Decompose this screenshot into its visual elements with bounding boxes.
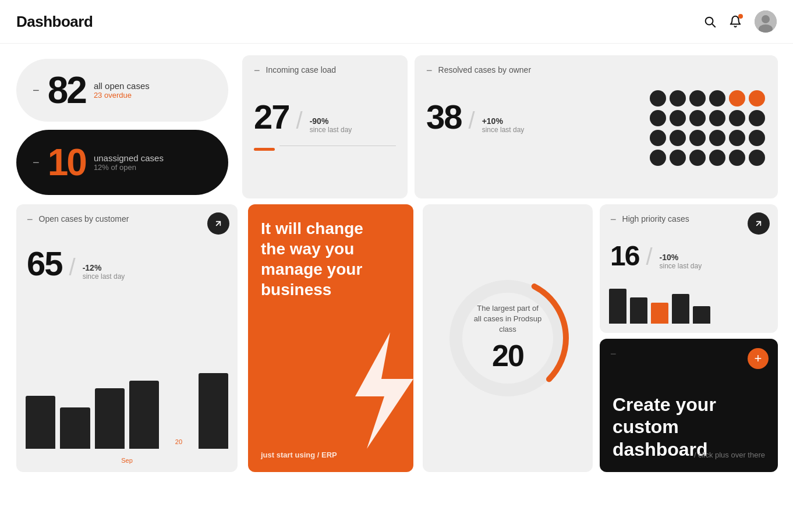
dot-orange: [749, 90, 765, 107]
dot-orange: [729, 90, 745, 107]
mini-bar-2: [630, 297, 647, 324]
incoming-change-label: since last day: [310, 126, 352, 134]
open-customer-arrow[interactable]: [207, 212, 229, 235]
open-customer-change: -12%: [83, 263, 125, 272]
mini-bar-4: [672, 294, 689, 324]
svg-line-1: [712, 24, 715, 27]
dot: [689, 130, 706, 146]
custom-minus[interactable]: −: [610, 348, 617, 360]
incoming-line: [279, 146, 396, 146]
dot: [650, 110, 666, 126]
incoming-slash: /: [296, 108, 303, 134]
resolved-title: Resolved cases by owner: [438, 65, 532, 75]
resolved-slash: /: [469, 108, 475, 134]
unassigned-sublabel: 12% of open: [94, 163, 164, 172]
dot: [670, 130, 686, 146]
search-button[interactable]: [703, 15, 716, 28]
dot: [650, 150, 666, 166]
dot: [670, 150, 686, 166]
dot: [729, 150, 745, 166]
user-avatar[interactable]: [755, 10, 777, 33]
notifications-button[interactable]: [729, 15, 742, 28]
donut-desc: The largest part of all cases in Prodsup…: [473, 303, 543, 335]
dot: [729, 130, 745, 146]
bar-month: Sep: [121, 457, 133, 464]
dot: [670, 110, 686, 126]
mini-bar-chart: [609, 289, 769, 324]
svg-line-5: [217, 222, 221, 226]
high-priority-card: − High priority cases 16 / -10% since la…: [600, 204, 778, 333]
notification-dot: [738, 14, 743, 19]
dot: [709, 150, 725, 166]
dot: [709, 110, 725, 126]
open-cases-overdue: 23 overdue: [94, 91, 150, 100]
open-by-customer-card: − Open cases by customer 65 / -12% since…: [16, 204, 238, 472]
dashboard-title: Dashboard: [16, 13, 93, 31]
open-customer-count: 65: [27, 247, 62, 281]
incoming-minus[interactable]: −: [254, 65, 260, 77]
promo-title: It will change the way you manage your b…: [261, 218, 377, 300]
open-cases-minus[interactable]: −: [33, 84, 40, 97]
promo-card: It will change the way you manage your b…: [248, 204, 413, 472]
resolved-cases-card: − Resolved cases by owner 38 / +10% sinc…: [415, 55, 778, 198]
high-priority-change-label: since last day: [660, 262, 702, 270]
open-cases-label: all open cases: [94, 81, 150, 91]
incoming-count: 27: [254, 100, 289, 134]
custom-dashboard-hint: / click plus over there: [694, 451, 765, 459]
open-customer-minus[interactable]: −: [27, 214, 33, 226]
dot: [749, 110, 765, 126]
dot: [670, 90, 686, 107]
svg-line-10: [757, 222, 761, 226]
donut-text: The largest part of all cases in Prodsup…: [473, 303, 543, 374]
dot: [709, 130, 725, 146]
dot: [749, 130, 765, 146]
open-customer-change-label: since last day: [83, 272, 125, 281]
bar-4: [129, 381, 159, 449]
promo-footer: just start using / ERP: [261, 451, 337, 459]
bar-3: [95, 388, 125, 449]
unassigned-minus[interactable]: −: [33, 156, 40, 169]
bar-val: 20: [175, 438, 182, 445]
prodsup-card: The largest part of all cases in Prodsup…: [423, 204, 593, 472]
unassigned-count: 10: [48, 144, 86, 181]
bar-6: [199, 373, 228, 449]
custom-dashboard-card: − + Create your custom dashboard / click…: [600, 339, 778, 472]
incoming-bar: [254, 148, 275, 151]
mini-bar-orange: [651, 303, 668, 324]
svg-marker-6: [355, 332, 413, 449]
dot: [650, 90, 666, 107]
dot: [689, 150, 706, 166]
dot-grid: [650, 90, 766, 167]
donut-num: 20: [492, 338, 523, 373]
unassigned-label: unassigned cases: [94, 153, 164, 163]
mini-bar-1: [609, 289, 626, 324]
high-priority-arrow[interactable]: [748, 212, 770, 235]
svg-point-3: [762, 15, 770, 23]
lightning-bolt-icon: [338, 332, 413, 449]
resolved-minus[interactable]: −: [426, 65, 433, 77]
open-customer-title: Open cases by customer: [39, 214, 129, 224]
dot: [729, 110, 745, 126]
bar-1: [26, 396, 55, 449]
dot: [689, 110, 706, 126]
dot: [650, 130, 666, 146]
add-widget-button[interactable]: +: [748, 348, 769, 369]
resolved-count: 38: [426, 100, 462, 134]
incoming-caseload-card: − Incoming case load 27 / -90% since las…: [242, 55, 408, 198]
unassigned-cases-card: − 10 unassigned cases 12% of open: [16, 130, 228, 195]
incoming-change: -90%: [310, 116, 352, 126]
open-cases-count: 82: [48, 72, 86, 109]
incoming-title: Incoming case load: [266, 65, 337, 75]
dot: [689, 90, 706, 107]
mini-bar-5: [693, 306, 710, 324]
dot: [749, 150, 765, 166]
bar-2: [60, 407, 90, 449]
high-priority-minus[interactable]: −: [610, 214, 617, 226]
high-priority-count: 16: [610, 242, 639, 270]
high-priority-slash: /: [646, 244, 652, 270]
resolved-change: +10%: [482, 116, 525, 126]
bar-chart: 20: [26, 373, 228, 449]
donut-wrapper: The largest part of all cases in Prodsup…: [438, 268, 578, 408]
high-priority-change: -10%: [660, 253, 702, 262]
resolved-change-label: since last day: [482, 126, 525, 134]
